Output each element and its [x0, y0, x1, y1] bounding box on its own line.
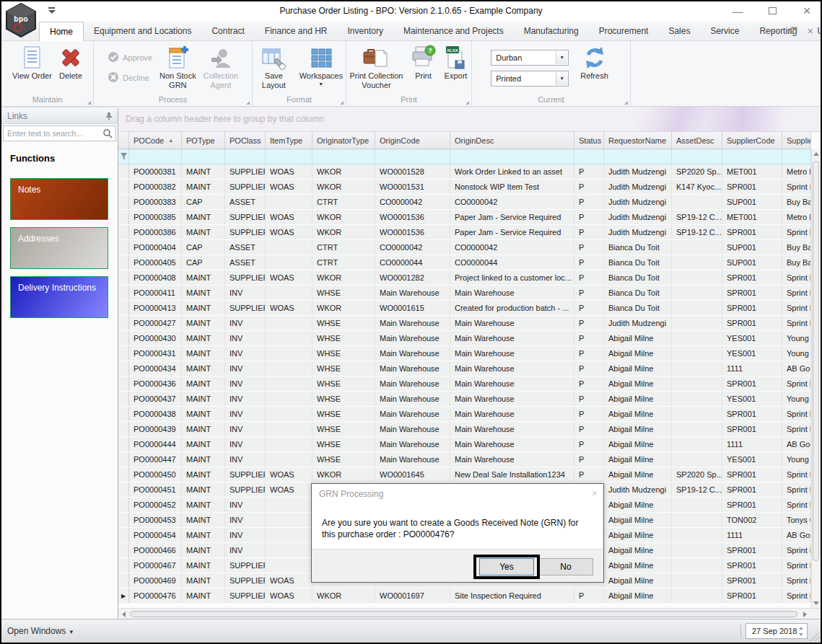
filter-cell-requestor[interactable]: [604, 149, 672, 164]
column-header-code[interactable]: POCode▲: [129, 132, 182, 149]
tab-inventory[interactable]: Inventory: [338, 22, 393, 41]
tab-service[interactable]: Service: [700, 22, 749, 41]
table-row[interactable]: PO0000431MAINTINVWHSEMain WarehouseMain …: [118, 346, 811, 361]
tab-home[interactable]: Home: [39, 22, 84, 41]
scroll-down-icon[interactable]: [812, 599, 821, 608]
tab-sales[interactable]: Sales: [658, 22, 700, 41]
filter-cell-itemtype[interactable]: [266, 149, 312, 164]
table-row[interactable]: PO0000427MAINTINVWHSEMain WarehouseMain …: [118, 316, 811, 331]
save-layout-button[interactable]: Save Layout: [253, 43, 295, 92]
column-header-origtype[interactable]: OriginatorType: [312, 132, 375, 149]
branch-dropdown[interactable]: Durban ▼: [491, 50, 569, 66]
column-header-suppname[interactable]: SupplierNam: [782, 132, 811, 149]
mdi-minimize-icon[interactable]: —: [769, 26, 778, 36]
group-launcher-icon-format[interactable]: [340, 101, 344, 105]
filter-cell-poclass[interactable]: [225, 149, 266, 164]
table-row[interactable]: PO0000385MAINTSUPPLIERWOASWKORWO0001536P…: [118, 210, 811, 225]
filter-cell-suppname[interactable]: [782, 149, 811, 164]
tab-finance-and-hr[interactable]: Finance and HR: [255, 22, 338, 41]
horizontal-scroll-thumb[interactable]: [130, 611, 797, 617]
table-row[interactable]: PO0000383CAPASSETCTRTCO0000042CO0000042P…: [118, 195, 811, 210]
refresh-button[interactable]: Refresh: [577, 43, 611, 82]
close-button[interactable]: ×: [799, 3, 815, 19]
table-row[interactable]: PO0000411MAINTINVWHSEMain WarehouseMain …: [118, 286, 811, 301]
vertical-scroll-thumb[interactable]: [813, 161, 819, 561]
workspaces-button[interactable]: Workspaces ▼: [297, 43, 346, 88]
filter-cell-suppcode[interactable]: [722, 149, 782, 164]
column-header-itemtype[interactable]: ItemType: [266, 132, 312, 149]
table-row[interactable]: PO0000437MAINTINVWHSEMain WarehouseMain …: [118, 392, 811, 407]
status-filter-dropdown[interactable]: Printed ▼: [491, 71, 569, 87]
table-row[interactable]: PO0000413MAINTSUPPLIERWOASWKORWO0001615C…: [118, 301, 811, 316]
filter-cell-potype[interactable]: [182, 149, 225, 164]
tab-contract[interactable]: Contract: [201, 22, 254, 41]
column-header-status[interactable]: Status: [574, 132, 604, 149]
scroll-left-icon[interactable]: [119, 609, 128, 619]
column-header-potype[interactable]: POType: [182, 132, 225, 149]
column-header-origcode[interactable]: OriginCode: [375, 132, 450, 149]
table-row[interactable]: PO0000439MAINTINVWHSEMain WarehouseMain …: [118, 422, 811, 437]
no-button[interactable]: No: [538, 558, 593, 575]
print-collection-voucher-button[interactable]: Print Collection Voucher: [347, 43, 406, 92]
minimize-button[interactable]: —: [730, 3, 746, 19]
table-row[interactable]: PO0000404CAPASSETCTRTCO0000042CO0000042P…: [118, 240, 811, 255]
collection-agent-button[interactable]: Collection Agent: [201, 43, 241, 92]
open-windows-button[interactable]: Open Windows ▼: [7, 626, 74, 636]
table-row[interactable]: PO0000381MAINTSUPPLIERWOASWKORWO0001528W…: [118, 164, 811, 180]
column-header-suppcode[interactable]: SupplierCode: [722, 132, 782, 149]
filter-cell-code[interactable]: [129, 149, 182, 164]
tab-procurement[interactable]: Procurement: [589, 22, 659, 41]
tab-maintenance-and-projects[interactable]: Maintenance and Projects: [393, 22, 514, 41]
table-row[interactable]: PO0000436MAINTINVWHSEMain WarehouseMain …: [118, 376, 811, 392]
scroll-up-icon[interactable]: [812, 149, 821, 159]
decline-button[interactable]: Decline: [108, 71, 152, 84]
non-stock-grn-button[interactable]: Non Stock GRN: [157, 43, 199, 92]
mdi-close-icon[interactable]: ×: [808, 26, 813, 36]
pin-icon[interactable]: [105, 111, 113, 123]
date-field[interactable]: 27 Sep 2018: [746, 623, 808, 639]
tab-equipment-and-locations[interactable]: Equipment and Locations: [84, 22, 201, 41]
column-header-requestor[interactable]: RequestorName: [604, 132, 672, 149]
table-row[interactable]: ▶PO0000476MAINTSUPPLIERWOASWKORWO0001697…: [118, 588, 811, 604]
table-row[interactable]: PO0000408MAINTSUPPLIERWOASWKORWO0001282P…: [118, 270, 811, 286]
filter-cell-assetdesc[interactable]: [672, 149, 722, 164]
scroll-right-icon[interactable]: [800, 609, 810, 619]
date-spinner[interactable]: [796, 625, 805, 638]
dialog-close-icon[interactable]: ×: [592, 488, 598, 499]
group-launcher-icon-current[interactable]: [624, 101, 628, 105]
horizontal-scrollbar[interactable]: [118, 608, 821, 619]
filter-cell-origdesc[interactable]: [450, 149, 574, 164]
filter-cell-origcode[interactable]: [375, 149, 450, 164]
group-by-panel[interactable]: Drag a column header here to group by th…: [118, 107, 821, 132]
table-row[interactable]: PO0000405CAPASSETCTRTCO0000044CO0000044P…: [118, 255, 811, 270]
group-launcher-icon-maintain[interactable]: [87, 101, 91, 105]
tab-manufacturing[interactable]: Manufacturing: [514, 22, 589, 41]
mdi-restore-icon[interactable]: [790, 26, 796, 36]
table-row[interactable]: PO0000450MAINTSUPPLIERWOASWKORWO0001645N…: [118, 467, 811, 482]
function-button-notes[interactable]: Notes: [10, 178, 108, 220]
table-row[interactable]: PO0000444MAINTINVWHSEMain WarehouseMain …: [118, 437, 811, 452]
function-button-delivery-instructions[interactable]: Delivery Instructions: [10, 276, 108, 318]
table-row[interactable]: PO0000447MAINTINVWHSEMain WarehouseMain …: [118, 452, 811, 467]
vertical-scrollbar[interactable]: [811, 149, 821, 608]
maximize-button[interactable]: [764, 3, 780, 19]
column-header-assetdesc[interactable]: AssetDesc: [672, 132, 722, 149]
approve-button[interactable]: Approve: [108, 51, 152, 64]
filter-cell-status[interactable]: [574, 149, 604, 164]
table-row[interactable]: PO0000386MAINTSUPPLIERWOASWKORWO0001536P…: [118, 225, 811, 240]
column-header-poclass[interactable]: POClass: [225, 132, 266, 149]
column-header-origdesc[interactable]: OriginDesc: [450, 132, 574, 149]
table-row[interactable]: PO0000430MAINTINVWHSEMain WarehouseMain …: [118, 331, 811, 346]
table-row[interactable]: PO0000434MAINTINVWHSEMain WarehouseMain …: [118, 361, 811, 376]
resize-grip[interactable]: [809, 631, 819, 641]
search-icon[interactable]: [102, 128, 113, 141]
group-launcher-icon-process[interactable]: [246, 101, 250, 105]
group-launcher-icon-print[interactable]: [465, 101, 469, 105]
filter-row-icon[interactable]: [118, 149, 129, 164]
view-order-button[interactable]: View Order: [9, 43, 55, 82]
yes-button[interactable]: Yes: [479, 558, 534, 575]
filter-cell-origtype[interactable]: [312, 149, 375, 164]
table-row[interactable]: PO0000438MAINTINVWHSEMain WarehouseMain …: [118, 407, 811, 422]
export-button[interactable]: XLSX Export: [440, 43, 471, 82]
search-input[interactable]: [7, 128, 98, 139]
